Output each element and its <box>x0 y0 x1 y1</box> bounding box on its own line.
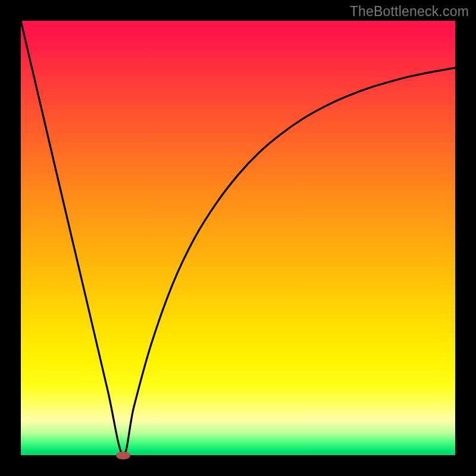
watermark-text: TheBottleneck.com <box>350 4 469 20</box>
chart-frame: TheBottleneck.com <box>0 0 476 476</box>
plot-area <box>21 21 455 455</box>
bottleneck-curve <box>21 21 455 455</box>
minimum-marker <box>116 452 130 459</box>
